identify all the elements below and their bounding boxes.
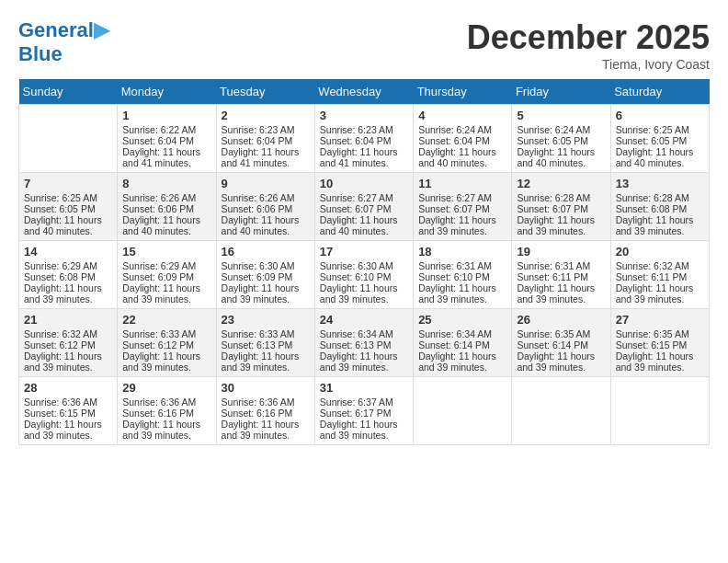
sunrise-text: Sunrise: 6:34 AM bbox=[320, 328, 393, 339]
sunrise-text: Sunrise: 6:36 AM bbox=[24, 396, 97, 408]
weekday-header-wednesday: Wednesday bbox=[314, 79, 413, 105]
weekday-header-friday: Friday bbox=[512, 79, 610, 105]
calendar-cell: 22 Sunrise: 6:33 AM Sunset: 6:12 PM Dayl… bbox=[118, 309, 216, 377]
calendar-cell: 14 Sunrise: 6:29 AM Sunset: 6:08 PM Dayl… bbox=[19, 241, 118, 309]
sunrise-text: Sunrise: 6:26 AM bbox=[122, 192, 196, 203]
daylight-text: Daylight: 11 hours and 39 minutes. bbox=[222, 350, 300, 373]
sunrise-text: Sunrise: 6:32 AM bbox=[616, 260, 689, 271]
calendar-cell: 30 Sunrise: 6:36 AM Sunset: 6:16 PM Dayl… bbox=[216, 377, 314, 445]
sunset-text: Sunset: 6:08 PM bbox=[616, 203, 688, 214]
sunrise-text: Sunrise: 6:36 AM bbox=[222, 396, 295, 408]
daylight-text: Daylight: 11 hours and 40 minutes. bbox=[122, 214, 200, 236]
sunset-text: Sunset: 6:06 PM bbox=[222, 203, 293, 214]
sunrise-text: Sunrise: 6:26 AM bbox=[222, 192, 295, 203]
sunrise-text: Sunrise: 6:23 AM bbox=[222, 124, 295, 135]
daylight-text: Daylight: 11 hours and 39 minutes. bbox=[320, 282, 398, 304]
day-number: 18 bbox=[418, 245, 506, 259]
daylight-text: Daylight: 11 hours and 39 minutes. bbox=[418, 282, 496, 304]
calendar-cell: 26 Sunrise: 6:35 AM Sunset: 6:14 PM Dayl… bbox=[512, 309, 610, 377]
calendar-cell: 8 Sunrise: 6:26 AM Sunset: 6:06 PM Dayli… bbox=[118, 173, 216, 241]
page-header: General▶ Blue December 2025 Tiema, Ivory… bbox=[18, 18, 710, 72]
sunset-text: Sunset: 6:06 PM bbox=[122, 203, 194, 214]
location-subtitle: Tiema, Ivory Coast bbox=[467, 57, 710, 72]
daylight-text: Daylight: 11 hours and 39 minutes. bbox=[517, 350, 595, 373]
sunrise-text: Sunrise: 6:37 AM bbox=[320, 396, 393, 408]
sunrise-text: Sunrise: 6:28 AM bbox=[517, 192, 590, 203]
sunset-text: Sunset: 6:04 PM bbox=[122, 135, 194, 146]
sunrise-text: Sunrise: 6:25 AM bbox=[24, 192, 97, 203]
calendar-cell: 13 Sunrise: 6:28 AM Sunset: 6:08 PM Dayl… bbox=[610, 173, 709, 241]
week-row-2: 7 Sunrise: 6:25 AM Sunset: 6:05 PM Dayli… bbox=[19, 173, 710, 241]
day-number: 28 bbox=[24, 381, 112, 395]
sunrise-text: Sunrise: 6:29 AM bbox=[122, 260, 196, 271]
title-area: December 2025 Tiema, Ivory Coast bbox=[467, 18, 710, 72]
daylight-text: Daylight: 11 hours and 40 minutes. bbox=[222, 214, 300, 236]
sunset-text: Sunset: 6:11 PM bbox=[517, 271, 588, 282]
calendar-cell: 20 Sunrise: 6:32 AM Sunset: 6:11 PM Dayl… bbox=[610, 241, 709, 309]
calendar-cell: 16 Sunrise: 6:30 AM Sunset: 6:09 PM Dayl… bbox=[216, 241, 314, 309]
day-number: 1 bbox=[122, 109, 210, 122]
daylight-text: Daylight: 11 hours and 39 minutes. bbox=[517, 282, 595, 304]
sunrise-text: Sunrise: 6:32 AM bbox=[24, 328, 97, 339]
calendar-cell: 18 Sunrise: 6:31 AM Sunset: 6:10 PM Dayl… bbox=[414, 241, 512, 309]
sunset-text: Sunset: 6:14 PM bbox=[517, 339, 588, 350]
sunrise-text: Sunrise: 6:22 AM bbox=[122, 124, 196, 135]
calendar-cell: 15 Sunrise: 6:29 AM Sunset: 6:09 PM Dayl… bbox=[118, 241, 216, 309]
daylight-text: Daylight: 11 hours and 40 minutes. bbox=[24, 214, 102, 236]
daylight-text: Daylight: 11 hours and 39 minutes. bbox=[122, 282, 200, 304]
week-row-1: 1 Sunrise: 6:22 AM Sunset: 6:04 PM Dayli… bbox=[19, 105, 710, 173]
day-number: 17 bbox=[320, 245, 408, 259]
daylight-text: Daylight: 11 hours and 39 minutes. bbox=[320, 350, 398, 373]
calendar-cell: 7 Sunrise: 6:25 AM Sunset: 6:05 PM Dayli… bbox=[19, 173, 118, 241]
day-number: 20 bbox=[616, 245, 704, 259]
daylight-text: Daylight: 11 hours and 40 minutes. bbox=[616, 146, 694, 168]
week-row-3: 14 Sunrise: 6:29 AM Sunset: 6:08 PM Dayl… bbox=[19, 241, 710, 309]
month-title: December 2025 bbox=[467, 18, 710, 57]
daylight-text: Daylight: 11 hours and 39 minutes. bbox=[517, 214, 595, 236]
day-number: 19 bbox=[517, 245, 605, 259]
weekday-header-tuesday: Tuesday bbox=[216, 79, 314, 105]
sunset-text: Sunset: 6:04 PM bbox=[222, 135, 293, 146]
calendar-cell bbox=[414, 377, 512, 445]
day-number: 4 bbox=[418, 109, 506, 122]
logo-text: General▶ bbox=[18, 18, 109, 42]
day-number: 25 bbox=[418, 313, 506, 327]
sunset-text: Sunset: 6:07 PM bbox=[418, 203, 490, 214]
day-number: 24 bbox=[320, 313, 408, 327]
calendar-cell: 3 Sunrise: 6:23 AM Sunset: 6:04 PM Dayli… bbox=[314, 105, 413, 173]
daylight-text: Daylight: 11 hours and 40 minutes. bbox=[517, 146, 595, 168]
sunset-text: Sunset: 6:10 PM bbox=[320, 271, 392, 282]
sunset-text: Sunset: 6:09 PM bbox=[222, 271, 293, 282]
day-number: 27 bbox=[616, 313, 704, 327]
daylight-text: Daylight: 11 hours and 40 minutes. bbox=[320, 214, 398, 236]
day-number: 16 bbox=[222, 245, 310, 259]
daylight-text: Daylight: 11 hours and 39 minutes. bbox=[320, 419, 398, 441]
day-number: 12 bbox=[517, 177, 605, 190]
daylight-text: Daylight: 11 hours and 39 minutes. bbox=[222, 282, 300, 304]
calendar-cell: 10 Sunrise: 6:27 AM Sunset: 6:07 PM Dayl… bbox=[314, 173, 413, 241]
calendar-cell: 12 Sunrise: 6:28 AM Sunset: 6:07 PM Dayl… bbox=[512, 173, 610, 241]
calendar-cell: 25 Sunrise: 6:34 AM Sunset: 6:14 PM Dayl… bbox=[414, 309, 512, 377]
day-number: 5 bbox=[517, 109, 605, 122]
daylight-text: Daylight: 11 hours and 39 minutes. bbox=[616, 282, 694, 304]
week-row-5: 28 Sunrise: 6:36 AM Sunset: 6:15 PM Dayl… bbox=[19, 377, 710, 445]
daylight-text: Daylight: 11 hours and 39 minutes. bbox=[418, 214, 496, 236]
sunset-text: Sunset: 6:17 PM bbox=[320, 408, 392, 419]
sunset-text: Sunset: 6:12 PM bbox=[122, 339, 194, 350]
calendar-cell: 24 Sunrise: 6:34 AM Sunset: 6:13 PM Dayl… bbox=[314, 309, 413, 377]
day-number: 15 bbox=[122, 245, 210, 259]
sunset-text: Sunset: 6:05 PM bbox=[24, 203, 96, 214]
sunrise-text: Sunrise: 6:27 AM bbox=[418, 192, 492, 203]
day-number: 30 bbox=[222, 381, 310, 395]
calendar-cell bbox=[610, 377, 709, 445]
calendar-cell: 27 Sunrise: 6:35 AM Sunset: 6:15 PM Dayl… bbox=[610, 309, 709, 377]
sunrise-text: Sunrise: 6:31 AM bbox=[418, 260, 492, 271]
sunrise-text: Sunrise: 6:33 AM bbox=[122, 328, 196, 339]
daylight-text: Daylight: 11 hours and 39 minutes. bbox=[24, 350, 102, 373]
daylight-text: Daylight: 11 hours and 39 minutes. bbox=[222, 419, 300, 441]
calendar-cell: 5 Sunrise: 6:24 AM Sunset: 6:05 PM Dayli… bbox=[512, 105, 610, 173]
sunrise-text: Sunrise: 6:30 AM bbox=[320, 260, 393, 271]
daylight-text: Daylight: 11 hours and 39 minutes. bbox=[418, 350, 496, 373]
calendar-cell: 9 Sunrise: 6:26 AM Sunset: 6:06 PM Dayli… bbox=[216, 173, 314, 241]
daylight-text: Daylight: 11 hours and 41 minutes. bbox=[320, 146, 398, 168]
